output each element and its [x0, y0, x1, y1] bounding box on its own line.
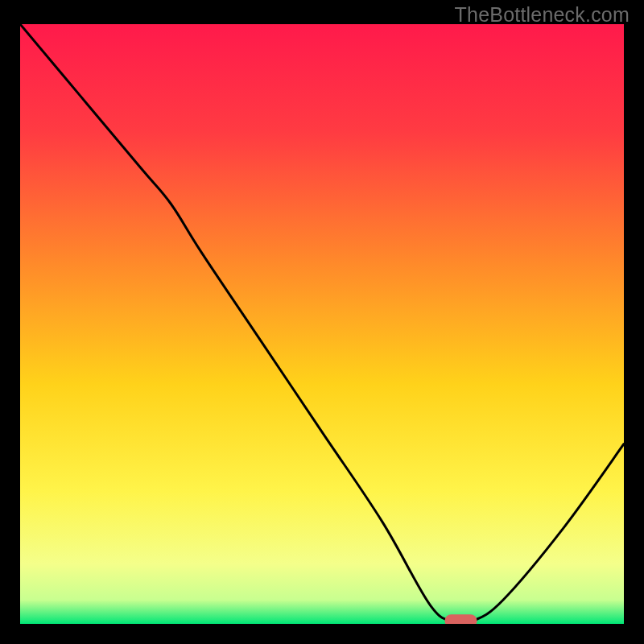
chart-svg	[20, 24, 624, 624]
gradient-background	[20, 24, 624, 624]
chart-frame: TheBottleneck.com	[0, 0, 644, 644]
watermark-text: TheBottleneck.com	[455, 3, 630, 27]
chart-plot	[20, 24, 624, 624]
optimal-marker	[445, 614, 477, 624]
